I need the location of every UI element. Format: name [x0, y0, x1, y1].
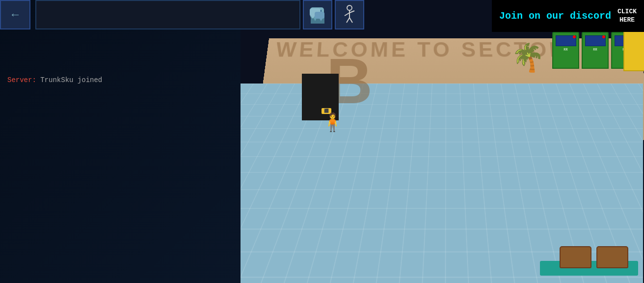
yellow-machine — [623, 27, 644, 71]
arcade-machine-1: RR — [552, 32, 579, 69]
arcade-screen-2: RR — [593, 48, 597, 52]
svg-line-13 — [347, 18, 349, 23]
player: ⬛ 🧍 — [322, 108, 344, 133]
chat-icon-button[interactable] — [303, 0, 332, 29]
svg-line-14 — [349, 18, 352, 23]
iso-scene: WELCOME TO SECTOR B 🌴 RR RR RR — [236, 0, 643, 283]
svg-line-12 — [349, 11, 354, 13]
player-body: 🧍 — [322, 115, 344, 133]
arcade-dot-2 — [602, 35, 605, 38]
server-join-text: TrunkSku joined — [40, 76, 102, 84]
chat-input[interactable] — [41, 11, 295, 19]
arcade-screen-1: RR — [564, 48, 567, 52]
svg-line-11 — [345, 13, 349, 16]
back-icon: ← — [12, 8, 19, 22]
palm-tree: 🌴 — [511, 42, 545, 75]
couch-2 — [596, 246, 628, 268]
side-panel — [0, 0, 241, 283]
discord-banner[interactable]: Join on our discord CLICK HERE — [492, 0, 644, 32]
svg-rect-7 — [315, 12, 324, 19]
stick-figure-icon — [342, 5, 357, 25]
couch-1 — [560, 246, 591, 268]
chat-input-area — [35, 0, 300, 29]
arcade-dot-1 — [573, 35, 576, 38]
couch-area — [560, 246, 628, 268]
back-button[interactable]: ← — [0, 0, 30, 29]
discord-text: Join on our discord — [499, 10, 611, 22]
svg-point-9 — [347, 5, 352, 10]
game-world: WELCOME TO SECTOR B 🌴 RR RR RR — [0, 0, 644, 283]
arcade-machine-2: RR — [582, 32, 609, 69]
emote-button[interactable] — [335, 0, 364, 29]
server-message: Server: TrunkSku joined — [7, 76, 102, 84]
click-here-button[interactable]: CLICK HERE — [617, 8, 637, 25]
chat-bubble-icon — [309, 6, 326, 24]
server-label: Server: — [7, 76, 36, 84]
